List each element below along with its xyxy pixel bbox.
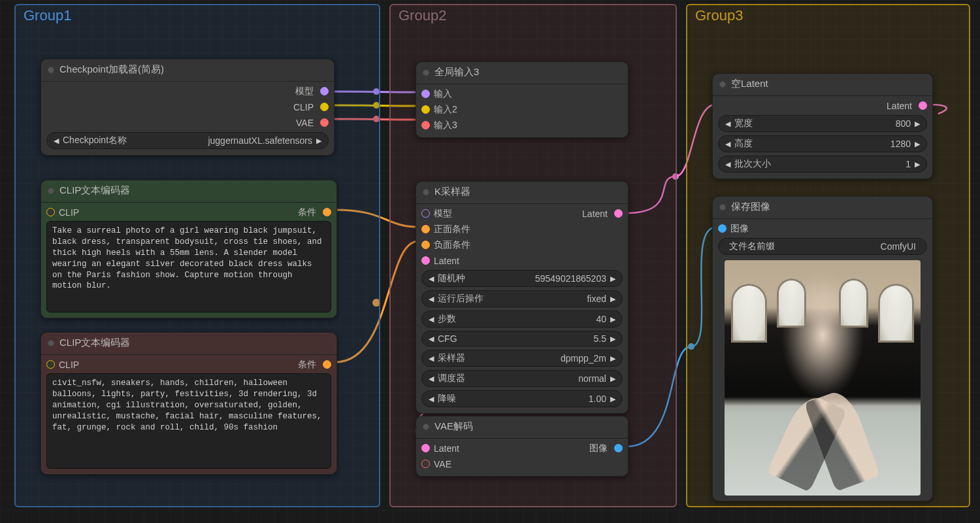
input-model[interactable]: 模型 [421, 208, 452, 220]
port-icon[interactable] [320, 87, 329, 95]
chevron-left-icon[interactable]: ◀ [427, 354, 435, 363]
collapse-dot-icon[interactable] [48, 340, 54, 346]
chevron-left-icon[interactable]: ◀ [427, 375, 435, 383]
node-clip-encode-negative[interactable]: CLIP文本编码器 CLIP 条件 civit_nsfw, sneakers, … [41, 332, 337, 475]
node-ksampler[interactable]: K采样器 模型 Latent 正面条件 负面条件 Latent ◀随机种5954… [416, 181, 629, 414]
output-clip[interactable]: CLIP [46, 100, 329, 114]
widget-width[interactable]: ◀宽度800▶ [718, 115, 927, 132]
port-icon[interactable] [421, 209, 430, 218]
chevron-right-icon[interactable]: ▶ [913, 140, 921, 148]
chevron-left-icon[interactable]: ◀ [724, 160, 732, 169]
widget-denoise[interactable]: ◀降噪1.00▶ [421, 390, 623, 407]
port-icon[interactable] [421, 90, 430, 98]
output-latent[interactable]: Latent [582, 209, 623, 219]
port-icon[interactable] [421, 241, 430, 249]
collapse-dot-icon[interactable] [48, 67, 54, 73]
chevron-right-icon[interactable]: ▶ [315, 137, 323, 145]
input-latent[interactable]: Latent [421, 443, 459, 454]
output-image-preview[interactable] [725, 260, 921, 496]
output-image[interactable]: 图像 [589, 443, 623, 454]
widget-steps[interactable]: ◀步数40▶ [421, 311, 623, 328]
port-icon[interactable] [421, 256, 430, 265]
node-title[interactable]: K采样器 [416, 182, 628, 204]
input-clip[interactable]: CLIP [46, 360, 79, 370]
port-icon[interactable] [46, 208, 55, 216]
chevron-left-icon[interactable]: ◀ [52, 137, 60, 145]
port-icon[interactable] [46, 360, 55, 369]
output-conditioning[interactable]: 条件 [298, 359, 331, 371]
input-positive[interactable]: 正面条件 [421, 222, 623, 236]
chevron-right-icon[interactable]: ▶ [609, 275, 617, 283]
node-clip-encode-positive[interactable]: CLIP文本编码器 CLIP 条件 Take a surreal photo o… [41, 180, 337, 318]
port-icon[interactable] [919, 101, 927, 110]
chevron-left-icon[interactable]: ◀ [427, 315, 435, 324]
input-image[interactable]: 图像 [718, 222, 927, 235]
collapse-dot-icon[interactable] [423, 424, 429, 430]
chevron-left-icon[interactable]: ◀ [724, 120, 732, 128]
widget-batch[interactable]: ◀批次大小1▶ [718, 156, 927, 173]
widget-seed[interactable]: ◀随机种59549021865203▶ [421, 270, 623, 287]
chevron-right-icon[interactable]: ▶ [609, 315, 617, 324]
node-title[interactable]: CLIP文本编码器 [41, 333, 336, 355]
collapse-dot-icon[interactable] [719, 81, 726, 88]
chevron-left-icon[interactable]: ◀ [427, 295, 435, 303]
input-negative[interactable]: 负面条件 [421, 238, 623, 252]
chevron-right-icon[interactable]: ▶ [609, 295, 617, 303]
chevron-left-icon[interactable]: ◀ [427, 335, 435, 343]
widget-scheduler[interactable]: ◀调度器normal▶ [421, 370, 623, 387]
input-latent[interactable]: Latent [421, 254, 623, 267]
widget-checkpoint-name[interactable]: ◀ Checkpoint名称 juggernautXL.safetensors … [46, 132, 329, 149]
node-save-image[interactable]: 保存图像 图像 文件名前缀 ComfyUI [712, 196, 933, 501]
port-icon[interactable] [421, 444, 430, 452]
output-conditioning[interactable]: 条件 [298, 207, 331, 218]
chevron-right-icon[interactable]: ▶ [609, 335, 617, 343]
widget-file-prefix[interactable]: 文件名前缀 ComfyUI [718, 238, 927, 255]
node-canvas[interactable]: Group1 Group2 Group3 Checkpoint加载器(简易) 模… [0, 0, 980, 523]
chevron-right-icon[interactable]: ▶ [913, 160, 921, 169]
port-icon[interactable] [421, 105, 430, 114]
chevron-left-icon[interactable]: ◀ [427, 395, 435, 403]
collapse-dot-icon[interactable] [48, 188, 54, 194]
widget-height[interactable]: ◀高度1280▶ [718, 135, 927, 152]
output-model[interactable]: 模型 [46, 84, 329, 98]
node-empty-latent[interactable]: 空Latent Latent ◀宽度800▶ ◀高度1280▶ ◀批次大小1▶ [712, 73, 933, 179]
chevron-right-icon[interactable]: ▶ [913, 120, 921, 128]
node-title[interactable]: 空Latent [713, 74, 932, 96]
node-title[interactable]: 全局输入3 [416, 62, 628, 84]
collapse-dot-icon[interactable] [423, 189, 429, 195]
port-icon[interactable] [320, 118, 329, 127]
port-icon[interactable] [718, 224, 727, 233]
chevron-right-icon[interactable]: ▶ [609, 354, 617, 363]
widget-sampler[interactable]: ◀采样器dpmpp_2m▶ [421, 350, 623, 367]
collapse-dot-icon[interactable] [423, 69, 429, 76]
chevron-right-icon[interactable]: ▶ [609, 395, 617, 403]
port-icon[interactable] [421, 121, 430, 129]
collapse-dot-icon[interactable] [719, 204, 726, 211]
port-icon[interactable] [614, 444, 623, 452]
output-latent[interactable]: Latent [718, 99, 927, 112]
chevron-right-icon[interactable]: ▶ [609, 375, 617, 383]
node-title[interactable]: Checkpoint加载器(简易) [41, 59, 334, 82]
node-title[interactable]: VAE解码 [416, 416, 628, 439]
chevron-left-icon[interactable]: ◀ [724, 140, 732, 148]
prompt-textarea[interactable]: Take a surreal photo of a girl wearing b… [46, 221, 331, 312]
output-vae[interactable]: VAE [46, 116, 329, 129]
port-icon[interactable] [614, 209, 623, 218]
widget-after[interactable]: ◀运行后操作fixed▶ [421, 290, 623, 307]
node-vae-decode[interactable]: VAE解码 Latent 图像 VAE [416, 416, 629, 477]
port-icon[interactable] [421, 225, 430, 233]
chevron-left-icon[interactable]: ◀ [427, 275, 435, 283]
prompt-textarea[interactable]: civit_nsfw, sneakers, hands, children, h… [46, 373, 331, 469]
node-title[interactable]: CLIP文本编码器 [41, 180, 336, 203]
node-global-input[interactable]: 全局输入3 输入 输入2 输入3 [416, 61, 629, 138]
port-icon[interactable] [323, 360, 331, 369]
widget-cfg[interactable]: ◀CFG5.5▶ [421, 331, 623, 346]
input-vae[interactable]: VAE [421, 457, 623, 471]
input-1[interactable]: 输入 [421, 87, 623, 101]
input-clip[interactable]: CLIP [46, 207, 79, 218]
input-3[interactable]: 输入3 [421, 118, 623, 132]
port-icon[interactable] [320, 103, 329, 111]
port-icon[interactable] [421, 460, 430, 468]
node-checkpoint-loader[interactable]: Checkpoint加载器(简易) 模型 CLIP VAE ◀ Checkpoi… [41, 59, 335, 156]
port-icon[interactable] [323, 208, 331, 216]
